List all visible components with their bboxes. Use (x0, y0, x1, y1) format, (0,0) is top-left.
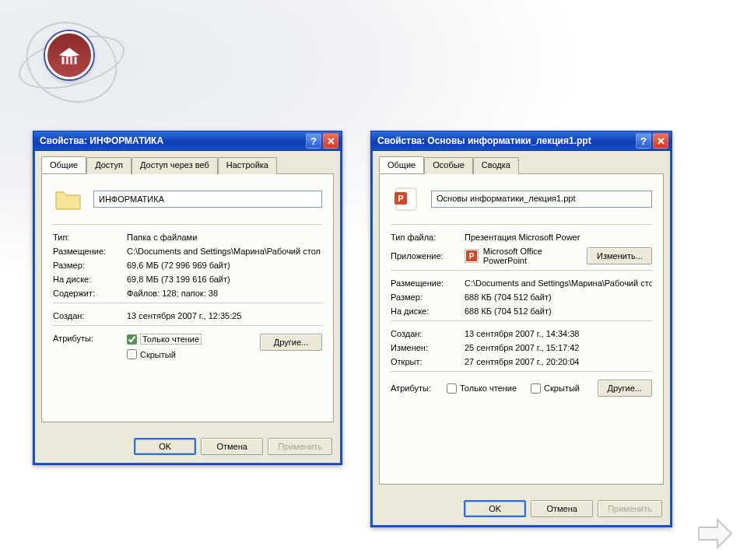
properties-dialog-folder: Свойства: ИНФОРМАТИКА ? ✕ Общие Доступ Д… (33, 131, 342, 465)
label-location: Размещение: (391, 278, 465, 288)
label-attributes: Атрибуты: (391, 383, 447, 393)
window-title: Свойства: ИНФОРМАТИКА (40, 135, 304, 146)
svg-text:P: P (398, 194, 403, 203)
dialog-buttons: OK Отмена Применить (33, 430, 342, 464)
tab-customize[interactable]: Настройка (218, 157, 277, 174)
tab-general[interactable]: Общие (379, 156, 424, 173)
value-size: 688 КБ (704 512 байт) (465, 292, 652, 302)
tab-strip: Общие Особые Сводка (379, 157, 664, 174)
file-name-display: Основы информатики_лекция1.ppt (431, 191, 652, 208)
powerpoint-app-icon: P (465, 249, 479, 263)
properties-dialog-file: Свойства: Основы информатики_лекция1.ppt… (370, 131, 672, 527)
tab-sharing[interactable]: Доступ (86, 157, 132, 174)
value-location: C:\Documents and Settings\Марина\Рабочий… (127, 247, 322, 256)
checkbox-readonly[interactable]: Только чтение (127, 334, 202, 345)
value-ondisk: 69,8 МБ (73 199 616 байт) (127, 275, 322, 284)
svg-rect-1 (64, 57, 66, 65)
value-ondisk: 688 КБ (704 512 байт) (465, 306, 652, 316)
label-attributes: Атрибуты: (53, 334, 127, 359)
help-icon[interactable]: ? (306, 133, 321, 149)
dialog-buttons: OK Отмена Применить (371, 492, 672, 527)
label-size: Размер: (53, 261, 127, 270)
label-created: Создан: (391, 329, 465, 338)
value-application: Microsoft Office PowerPoint (483, 247, 587, 265)
advanced-button[interactable]: Другие... (598, 380, 652, 397)
value-opened: 27 сентября 2007 г., 20:20:04 (465, 357, 652, 366)
help-icon[interactable]: ? (636, 133, 651, 149)
ok-button[interactable]: OK (134, 438, 196, 455)
tab-panel-general: P Основы информатики_лекция1.ppt Тип фай… (379, 173, 664, 485)
checkbox-hidden[interactable]: Скрытый (531, 383, 580, 394)
value-size: 69,6 МБ (72 996 969 байт) (127, 261, 322, 270)
label-ondisk: На диске: (53, 275, 127, 284)
apply-button[interactable]: Применить (598, 500, 662, 517)
value-created: 13 сентября 2007 г., 14:34:38 (465, 329, 652, 338)
titlebar[interactable]: Свойства: Основы информатики_лекция1.ppt… (371, 131, 672, 151)
close-icon[interactable]: ✕ (653, 133, 668, 149)
value-filetype: Презентация Microsoft Power (465, 233, 652, 242)
ok-button[interactable]: OK (464, 500, 526, 517)
label-opened: Открыт: (391, 357, 465, 366)
cancel-button[interactable]: Отмена (531, 500, 593, 517)
advanced-button[interactable]: Другие... (260, 334, 322, 351)
label-application: Приложение: (391, 251, 465, 261)
svg-text:P: P (469, 252, 475, 261)
titlebar[interactable]: Свойства: ИНФОРМАТИКА ? ✕ (33, 131, 342, 151)
label-created: Создан: (53, 311, 127, 320)
label-ondisk: На диске: (391, 306, 465, 316)
university-logo-icon (45, 31, 93, 79)
powerpoint-file-icon: P (391, 184, 422, 215)
window-title: Свойства: Основы информатики_лекция1.ppt (377, 135, 634, 146)
tab-general[interactable]: Общие (41, 156, 86, 173)
value-contains: Файлов: 128; папок: 38 (127, 289, 322, 298)
value-location: C:\Documents and Settings\Марина\Рабочий… (465, 278, 652, 288)
tab-summary[interactable]: Сводка (473, 157, 519, 174)
checkbox-readonly[interactable]: Только чтение (447, 383, 517, 394)
svg-rect-3 (72, 57, 75, 65)
tab-strip: Общие Доступ Доступ через веб Настройка (41, 157, 334, 174)
next-arrow-icon[interactable] (697, 518, 733, 551)
label-filetype: Тип файла: (391, 233, 465, 242)
value-type: Папка с файлами (127, 233, 322, 242)
label-size: Размер: (391, 292, 465, 302)
cancel-button[interactable]: Отмена (201, 438, 263, 455)
label-type: Тип: (53, 233, 127, 242)
change-app-button[interactable]: Изменить... (587, 247, 652, 264)
value-created: 13 сентября 2007 г., 12:35:25 (127, 311, 322, 320)
folder-icon (53, 184, 84, 215)
svg-rect-2 (68, 57, 71, 65)
label-location: Размещение: (53, 247, 127, 256)
value-modified: 25 сентября 2007 г., 15:17:42 (465, 343, 652, 352)
folder-name-input[interactable] (93, 191, 322, 208)
close-icon[interactable]: ✕ (323, 133, 338, 149)
apply-button[interactable]: Применить (268, 438, 332, 455)
tab-custom[interactable]: Особые (424, 157, 473, 174)
tab-websharing[interactable]: Доступ через веб (132, 157, 218, 174)
label-contains: Содержит: (53, 289, 127, 298)
tab-panel-general: Тип:Папка с файлами Размещение:C:\Docume… (41, 173, 334, 422)
label-modified: Изменен: (391, 343, 465, 352)
checkbox-hidden[interactable]: Скрытый (127, 349, 202, 359)
